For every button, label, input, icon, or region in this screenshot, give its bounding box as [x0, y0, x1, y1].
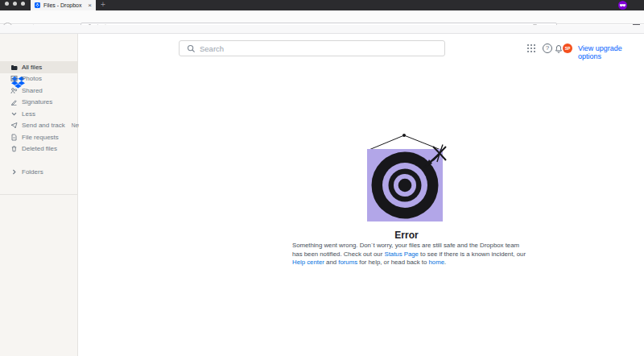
error-message: Something went wrong. Don´t worry, your … — [292, 242, 527, 267]
bookmarks-bar: Date Calculator — [0, 25, 644, 34]
browser-toolbar: ← → ⌂ https://www.dropbox.com/home ⋯ — [0, 10, 644, 24]
zoom-window-button[interactable] — [21, 2, 25, 6]
sidebar-item-deleted-files[interactable]: Deleted files — [0, 143, 77, 155]
sidebar-item-photos[interactable]: Photos — [0, 73, 77, 85]
sidebar-item-shared[interactable]: Shared — [0, 85, 77, 97]
search-icon — [187, 44, 196, 53]
error-target-illustration — [357, 130, 453, 226]
sidebar-divider — [0, 194, 77, 195]
sidebar-item-send-and-track[interactable]: Send and track New — [0, 120, 77, 132]
search-bar[interactable] — [179, 40, 445, 56]
status-page-link[interactable]: Status Page — [384, 250, 418, 258]
home-link[interactable]: home — [428, 259, 444, 266]
error-title: Error — [290, 230, 523, 241]
tab-close-icon[interactable]: × — [88, 0, 92, 10]
sidebar-item-signatures[interactable]: Signatures — [0, 97, 77, 109]
close-window-button[interactable] — [5, 2, 9, 6]
minimize-window-button[interactable] — [13, 2, 17, 6]
browser-titlebar: Files - Dropbox × + — [0, 0, 644, 10]
dropbox-sidebar: All files Photos Shared Signatures Less — [0, 34, 78, 356]
help-icon[interactable]: ? — [543, 43, 552, 53]
search-input[interactable] — [200, 44, 444, 53]
sidebar-item-folders[interactable]: Folders — [0, 166, 77, 178]
avatar[interactable]: SP — [563, 43, 572, 53]
forums-link[interactable]: forums — [338, 259, 357, 266]
tab-title: Files - Dropbox — [43, 2, 85, 8]
apps-grid-icon[interactable] — [526, 43, 536, 53]
sidebar-item-all-files[interactable]: All files — [0, 61, 77, 73]
sidebar-item-less[interactable]: Less — [0, 108, 77, 120]
dropbox-favicon — [35, 2, 40, 8]
browser-window: Files - Dropbox × + ← → ⌂ — [0, 0, 644, 356]
new-tab-button[interactable]: + — [101, 0, 105, 10]
sidebar-item-file-requests[interactable]: File requests — [0, 131, 77, 143]
help-center-link[interactable]: Help center — [292, 259, 324, 266]
private-browsing-icon — [618, 1, 627, 10]
browser-tab[interactable]: Files - Dropbox × — [31, 0, 96, 10]
upgrade-link[interactable]: View upgrade options — [578, 44, 644, 60]
